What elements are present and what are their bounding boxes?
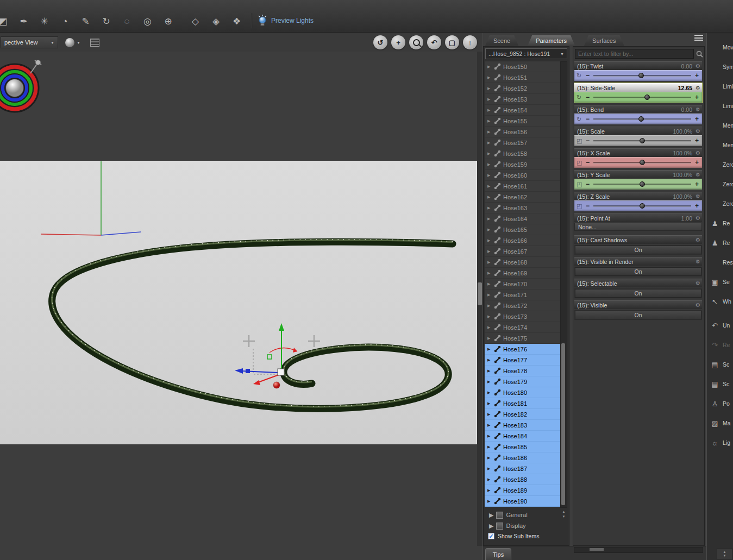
scene-item[interactable]: ▶ Hose152 xyxy=(485,83,561,94)
slider-handle[interactable] xyxy=(640,160,645,165)
expand-arrow-icon[interactable]: ▶ xyxy=(487,391,492,395)
burst-tool-icon[interactable]: ✳ xyxy=(37,15,51,28)
expand-arrow-icon[interactable]: ▶ xyxy=(487,445,492,449)
gear-icon[interactable]: ⚙ xyxy=(693,215,700,221)
scene-item[interactable]: ▶ Hose180 xyxy=(485,387,561,398)
expand-arrow-icon[interactable]: ▶ xyxy=(487,108,492,112)
expand-arrow-icon[interactable]: ▶ xyxy=(487,467,492,471)
scene-item[interactable]: ▶ Hose167 xyxy=(485,246,561,257)
viewport-scrollbar[interactable] xyxy=(477,52,483,546)
decrement-button[interactable]: − xyxy=(585,180,591,188)
expand-arrow-icon[interactable]: ▶ xyxy=(487,86,492,91)
preview-lights-button[interactable]: Preview Lights xyxy=(258,13,314,28)
tab-parameters[interactable]: Parameters xyxy=(528,35,575,46)
sidebar-button-se[interactable]: ▣ Se xyxy=(707,272,733,292)
expand-arrow-icon[interactable]: ▶ xyxy=(487,325,492,330)
expand-arrow-icon[interactable]: ▶ xyxy=(487,369,492,373)
toggle-state-button[interactable]: On xyxy=(575,311,701,319)
scene-item[interactable]: ▶ Hose158 xyxy=(485,148,561,159)
scene-item[interactable]: ▶ Hose190 xyxy=(485,496,561,507)
slider-handle[interactable] xyxy=(640,138,645,143)
pan-camera-button[interactable]: + xyxy=(391,35,405,49)
expand-arrow-icon[interactable]: ▶ xyxy=(489,523,493,530)
expand-arrow-icon[interactable]: ▶ xyxy=(487,336,492,341)
scene-scrollbar[interactable] xyxy=(560,61,567,508)
scene-scroll-arrows[interactable]: ▲▼ xyxy=(560,509,567,519)
scene-item[interactable]: ▶ Hose161 xyxy=(485,181,561,192)
pin-tool-icon[interactable]: ✒ xyxy=(17,15,30,28)
rotate-tool-icon[interactable]: ↻ xyxy=(99,15,113,28)
expand-arrow-icon[interactable]: ▶ xyxy=(487,347,492,351)
scene-node-selector[interactable]: ...Hose_9852 : Hose191 ▼ xyxy=(485,48,567,59)
sidebar-button-re[interactable]: ♟ Re xyxy=(707,233,733,253)
sidebar-button-zero[interactable]: Zero xyxy=(707,174,733,194)
toggle-state-button[interactable]: On xyxy=(575,267,701,276)
slider-track[interactable] xyxy=(592,179,692,190)
scene-item[interactable]: ▶ Hose189 xyxy=(485,485,561,496)
expand-arrow-icon[interactable]: ▶ xyxy=(487,238,492,243)
rotate-camera-button[interactable]: ↶ xyxy=(427,35,441,49)
panel-menu-icon[interactable] xyxy=(694,35,703,41)
increment-button[interactable]: + xyxy=(694,202,700,210)
scene-item[interactable]: ▶ Hose157 xyxy=(485,137,561,148)
orbit-camera-button[interactable]: ↺ xyxy=(373,35,387,49)
expand-arrow-icon[interactable]: ▶ xyxy=(487,184,492,188)
slider-handle[interactable] xyxy=(640,181,645,187)
sidebar-button-limits[interactable]: Limits xyxy=(707,96,733,116)
gear-icon[interactable]: ⚙ xyxy=(693,172,700,178)
target-tool-icon[interactable]: ◎ xyxy=(141,15,154,28)
axis-cube-small-icon[interactable]: ❖ xyxy=(230,15,243,28)
scene-item[interactable]: ▶ Hose168 xyxy=(485,257,561,268)
toggle-state-button[interactable]: On xyxy=(575,246,701,254)
scene-item[interactable]: ▶ Hose175 xyxy=(485,333,561,344)
scene-item[interactable]: ▶ Hose151 xyxy=(485,72,561,83)
tab-surfaces[interactable]: Surfaces xyxy=(584,35,624,46)
gear-icon[interactable]: ⚙ xyxy=(693,280,700,286)
expand-arrow-icon[interactable]: ▶ xyxy=(487,260,492,265)
scene-item[interactable]: ▶ Hose184 xyxy=(485,431,561,442)
expand-arrow-icon[interactable]: ▶ xyxy=(487,271,492,275)
scrollbar-thumb[interactable] xyxy=(561,343,565,505)
gear-icon[interactable]: ⚙ xyxy=(693,150,700,156)
expand-arrow-icon[interactable]: ▶ xyxy=(487,314,492,319)
scene-item[interactable]: ▶ Hose178 xyxy=(485,366,561,376)
scene-item[interactable]: ▶ Hose177 xyxy=(485,355,561,366)
draw-style-button[interactable]: ▼ xyxy=(65,38,80,47)
gear-icon[interactable]: ⚙ xyxy=(693,128,700,134)
sidebar-button-mem[interactable]: Mem xyxy=(707,135,733,155)
sidebar-button-move[interactable]: Move xyxy=(707,37,733,57)
expand-arrow-icon[interactable]: ▶ xyxy=(487,358,492,362)
sidebar-button-re[interactable]: ↷ Re xyxy=(707,335,733,355)
scene-item[interactable]: ▶ Hose176 xyxy=(485,344,561,355)
expand-arrow-icon[interactable]: ▶ xyxy=(487,228,492,232)
decrement-button[interactable]: − xyxy=(585,93,591,101)
scrollbar-thumb[interactable] xyxy=(590,548,604,551)
viewport-options-icon[interactable] xyxy=(90,39,99,47)
scene-item[interactable]: ▶ Hose186 xyxy=(485,452,561,463)
gear-icon[interactable]: ⚙ xyxy=(693,259,700,265)
slider-handle[interactable] xyxy=(638,73,644,78)
sidebar-button-sc[interactable]: ▤ Sc xyxy=(707,355,733,374)
scene-item[interactable]: ▶ Hose188 xyxy=(485,474,561,485)
scene-item[interactable]: ▶ Hose164 xyxy=(485,213,561,224)
expand-arrow-icon[interactable]: ▶ xyxy=(487,141,492,145)
decrement-button[interactable]: − xyxy=(585,159,591,166)
decrement-button[interactable]: − xyxy=(585,137,591,144)
scene-item[interactable]: ▶ Hose153 xyxy=(485,94,561,105)
expand-arrow-icon[interactable]: ▶ xyxy=(487,282,492,286)
scene-item[interactable]: ▶ Hose183 xyxy=(485,420,561,431)
increment-button[interactable]: + xyxy=(694,180,700,188)
sidebar-button-un[interactable]: ↶ Un xyxy=(707,316,733,335)
show-sub-items-control[interactable]: ✓ Show Sub Items xyxy=(488,533,539,539)
slider-track[interactable] xyxy=(592,200,692,211)
gear-icon[interactable]: ⚙ xyxy=(693,63,700,69)
expand-arrow-icon[interactable]: ▶ xyxy=(487,206,492,210)
slider-handle[interactable] xyxy=(638,116,644,122)
scene-item[interactable]: ▶ Hose170 xyxy=(485,279,561,290)
viewport-3d[interactable] xyxy=(0,161,477,444)
scene-item[interactable]: ▶ Hose174 xyxy=(485,322,561,333)
expand-arrow-icon[interactable]: ▶ xyxy=(487,488,492,493)
filter-input[interactable] xyxy=(575,49,694,59)
expand-arrow-icon[interactable]: ▶ xyxy=(489,512,493,519)
sidebar-button-zero[interactable]: Zero xyxy=(707,155,733,174)
